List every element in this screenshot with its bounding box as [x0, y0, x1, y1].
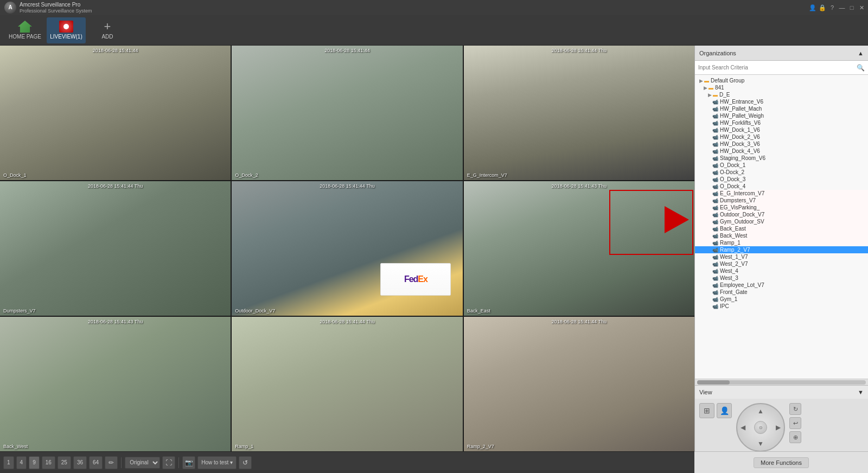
layout-16-btn[interactable]: 16 — [42, 456, 55, 469]
ptz-wheel[interactable]: ▲ ▼ ◀ ▶ ⊙ — [736, 403, 785, 452]
tree-item-O_Dock_3[interactable]: 📹O_Dock_3 — [695, 176, 868, 183]
fullscreen-btn[interactable]: ⛶ — [162, 456, 175, 469]
search-bar[interactable]: 🔍 — [695, 61, 868, 75]
search-icon[interactable]: 🔍 — [857, 64, 865, 72]
nav-homepage[interactable]: HOME PAGE — [5, 17, 44, 43]
cam5-label: Outdoor_Dock_V7 — [235, 308, 275, 314]
refresh-btn[interactable]: ↺ — [239, 456, 252, 469]
cam-cell-2[interactable]: 2018-06-28 15:41:44 O_Dock_2 — [232, 46, 462, 180]
orgs-collapse-icon[interactable]: ▲ — [858, 50, 864, 56]
cam6-timestamp: 2018-06-28 15:41:43 Thu — [552, 183, 607, 189]
tree-item-label: Back_East — [720, 226, 746, 232]
more-functions-button[interactable]: More Functions — [754, 457, 809, 468]
tree-item-label: HW_Dock_4_V6 — [720, 148, 760, 154]
cam-cell-1[interactable]: 2018-06-28 15:41:44 O_Dock_1 — [0, 46, 231, 180]
ptz-btn-1[interactable]: ↻ — [789, 403, 801, 415]
view-chevron[interactable]: ▼ — [858, 389, 864, 395]
tree-item-EG_VisParking_[interactable]: 📹EG_VisParking_ — [695, 204, 868, 211]
cam-cell-3[interactable]: 2018-06-28 15:41:44 Thu E_G_Intercom_V7 — [464, 46, 694, 180]
tree-item-Staging_Room_V6[interactable]: 📹Staging_Room_V6 — [695, 155, 868, 162]
tree-item-HW_Pallet_Weigh[interactable]: 📹HW_Pallet_Weigh — [695, 112, 868, 119]
nav-add[interactable]: + ADD — [88, 17, 127, 43]
ptz-btn-3[interactable]: ⊕ — [789, 431, 801, 443]
layout-4-btn[interactable]: 4 — [16, 456, 27, 469]
zoom-select[interactable]: Original Stretch — [125, 457, 160, 469]
cam-cell-4[interactable]: 2018-06-28 15:41:44 Thu Dumpsters_V7 — [0, 181, 231, 316]
tree-item-HW_Forklifts_V6[interactable]: 📹HW_Forklifts_V6 — [695, 119, 868, 126]
edit-layout-btn[interactable]: ✏ — [105, 456, 118, 469]
tree-item-IPC[interactable]: 📹IPC — [695, 303, 868, 310]
cam-cell-7[interactable]: 2018-06-28 15:41:43 Thu Back_West — [0, 317, 231, 451]
tree-item-D_E[interactable]: ▶▬D_E — [695, 91, 868, 98]
tree-item-West_3[interactable]: 📹West_3 — [695, 274, 868, 282]
tree-item-West_2_V7[interactable]: 📹West_2_V7 — [695, 260, 868, 267]
cam-cell-8[interactable]: 2018-06-28 15:41:44 Thu Ramp_1 — [232, 317, 462, 451]
layout-36-btn[interactable]: 36 — [73, 456, 87, 469]
tree-item-Outdoor_Dock_V7[interactable]: 📹Outdoor_Dock_V7 — [695, 211, 868, 218]
tree-item-HW_Entrance_V6[interactable]: 📹HW_Entrance_V6 — [695, 98, 868, 105]
tree-item-O_Dock_1[interactable]: 📹O_Dock_1 — [695, 162, 868, 169]
tree-item-HW_Dock_3_V6[interactable]: 📹HW_Dock_3_V6 — [695, 140, 868, 148]
layout-25-btn[interactable]: 25 — [58, 456, 71, 469]
search-input[interactable] — [698, 65, 857, 71]
h-scrollbar-thumb[interactable] — [697, 380, 730, 385]
ptz-up-arrow[interactable]: ▲ — [757, 407, 764, 415]
tree-item-default_group[interactable]: ▶▬Default Group — [695, 77, 868, 84]
ptz-down-arrow[interactable]: ▼ — [757, 440, 764, 448]
cam-cell-9[interactable]: 2018-06-28 15:41:44 Thu Ramp_2_V7 — [464, 317, 694, 451]
tree-item-O_Dock_4[interactable]: 📹O_Dock_4 — [695, 183, 868, 190]
tree-item-label: E_G_Intercom_V7 — [720, 190, 764, 196]
cam-cell-5[interactable]: 2018-06-28 15:41:44 Thu FedEx Outdoor_Do… — [232, 181, 462, 316]
ptz-center-button[interactable]: ⊙ — [754, 421, 767, 434]
tree-item-Gym_1[interactable]: 📹Gym_1 — [695, 296, 868, 303]
tree-item-HW_Dock_1_V6[interactable]: 📹HW_Dock_1_V6 — [695, 126, 868, 133]
tree-item-label: Ramp_1 — [720, 240, 741, 246]
nav-liveview[interactable]: LIVEVIEW(1) — [47, 17, 86, 43]
tree-item-O-Dock_2[interactable]: 📹O-Dock_2 — [695, 169, 868, 176]
tree-item-HW_Dock_2_V6[interactable]: 📹HW_Dock_2_V6 — [695, 133, 868, 140]
tree-item-label: West_4 — [720, 268, 738, 274]
ptz-btn-2[interactable]: ↩ — [789, 417, 801, 429]
tree-item-HW_Dock_4_V6[interactable]: 📹HW_Dock_4_V6 — [695, 148, 868, 155]
camera-grid: 2018-06-28 15:41:44 O_Dock_1 2018-06-28 … — [0, 46, 694, 451]
how-to-test-btn[interactable]: How to test ▾ — [197, 456, 237, 469]
cam8-label: Ramp_1 — [235, 444, 253, 449]
tree-item-label: 841 — [715, 85, 724, 91]
cam4-label: Dumpsters_V7 — [3, 308, 36, 314]
tree-item-HW_Pallet_Mach[interactable]: 📹HW_Pallet_Mach — [695, 105, 868, 112]
tree-item-Front_Gate[interactable]: 📹Front_Gate — [695, 289, 868, 296]
minimize-icon[interactable]: — — [838, 3, 846, 12]
tree-item-Gym_Outdoor_SV[interactable]: 📹Gym_Outdoor_SV — [695, 218, 868, 225]
tree-item-Back_East[interactable]: 📹Back_East — [695, 225, 868, 232]
tree-item-Employee_Lot_V7[interactable]: 📹Employee_Lot_V7 — [695, 282, 868, 289]
tree-scrollbar[interactable] — [695, 379, 868, 385]
app-subtitle: Professional Surveillance System — [20, 8, 92, 14]
tree-item-Back_West[interactable]: 📹Back_West — [695, 232, 868, 239]
close-icon[interactable]: ✕ — [857, 3, 866, 12]
person-icon[interactable]: 👤 — [717, 403, 732, 418]
tree-item-label: Gym_1 — [720, 296, 737, 302]
tree-item-West_4[interactable]: 📹West_4 — [695, 267, 868, 274]
tree-item-841[interactable]: ▶▬841 — [695, 84, 868, 91]
ptz-right-arrow[interactable]: ▶ — [776, 424, 781, 431]
tree-item-E_G_Intercom_V7[interactable]: 📹E_G_Intercom_V7 — [695, 190, 868, 197]
cam-cell-6[interactable]: 2018-06-28 15:41:43 Thu Back_East — [464, 181, 694, 316]
tree-item-Ramp_1[interactable]: 📹Ramp_1 — [695, 239, 868, 246]
snapshot-btn[interactable]: 📷 — [182, 456, 195, 469]
tree-item-Dumpsters_V7[interactable]: 📹Dumpsters_V7 — [695, 197, 868, 204]
lock-icon[interactable]: 🔒 — [818, 3, 827, 12]
app-logo: A — [4, 2, 16, 14]
window-controls: 👤 🔒 ? — □ ✕ — [806, 3, 868, 12]
ptz-left-arrow[interactable]: ◀ — [741, 424, 745, 431]
maximize-icon[interactable]: □ — [847, 3, 856, 12]
question-icon[interactable]: ? — [828, 3, 837, 12]
layout-grid-icon[interactable]: ⊞ — [699, 403, 714, 418]
h-scrollbar-track[interactable] — [697, 380, 866, 385]
tree-item-West_1_V7[interactable]: 📹West_1_V7 — [695, 253, 868, 260]
layout-9-btn[interactable]: 9 — [29, 456, 40, 469]
user-icon[interactable]: 👤 — [808, 3, 817, 12]
layout-64-btn[interactable]: 64 — [89, 456, 103, 469]
tree-item-Ramp_2_V7[interactable]: 📹Ramp_2_V7 — [695, 246, 868, 253]
cam5-timestamp: 2018-06-28 15:41:44 Thu — [320, 183, 374, 189]
layout-1-btn[interactable]: 1 — [3, 456, 14, 469]
